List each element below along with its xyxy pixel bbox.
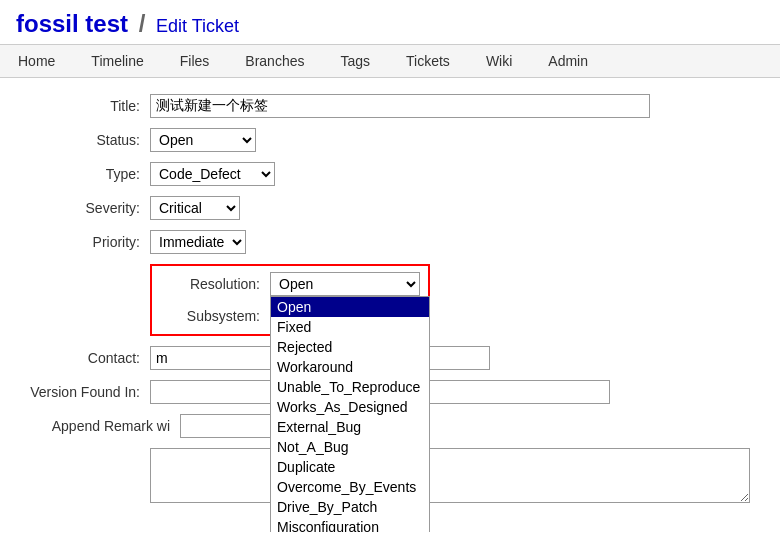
resolution-field-wrapper: Open Open Fixed Rejected Workaround Unab… <box>270 272 420 296</box>
version-label: Version Found In: <box>20 380 150 400</box>
resolution-option-rejected[interactable]: Rejected <box>271 337 429 357</box>
nav-tags[interactable]: Tags <box>322 45 388 77</box>
version-field-wrapper <box>150 380 760 404</box>
priority-field-wrapper: Immediate High Medium Low <box>150 230 760 254</box>
resolution-dropdown-list: Open Fixed Rejected Workaround Unable_To… <box>270 296 430 532</box>
resolution-option-not-a-bug[interactable]: Not_A_Bug <box>271 437 429 457</box>
priority-label: Priority: <box>20 230 150 250</box>
nav-branches[interactable]: Branches <box>227 45 322 77</box>
remark-textarea-label <box>20 448 150 452</box>
nav-admin[interactable]: Admin <box>530 45 606 77</box>
resolution-option-duplicate[interactable]: Duplicate <box>271 457 429 477</box>
nav-tickets[interactable]: Tickets <box>388 45 468 77</box>
resolution-option-unable[interactable]: Unable_To_Reproduce <box>271 377 429 397</box>
resolution-label: Resolution: <box>160 272 270 292</box>
subsystem-label: Subsystem: <box>160 304 270 324</box>
status-field-wrapper: Open Closed In_Progress <box>150 128 760 152</box>
status-label: Status: <box>20 128 150 148</box>
page-header: fossil test / Edit Ticket <box>0 0 780 44</box>
contact-label: Contact: <box>20 346 150 366</box>
type-row: Type: Code_Defect Enhancement Documentat… <box>20 162 760 186</box>
resolution-option-misconfig[interactable]: Misconfiguration <box>271 517 429 532</box>
page-subtitle: Edit Ticket <box>156 16 239 36</box>
type-label: Type: <box>20 162 150 182</box>
priority-row: Priority: Immediate High Medium Low <box>20 230 760 254</box>
remark-textarea[interactable] <box>150 448 750 503</box>
status-row: Status: Open Closed In_Progress <box>20 128 760 152</box>
nav-files[interactable]: Files <box>162 45 228 77</box>
resolution-option-drive-by[interactable]: Drive_By_Patch <box>271 497 429 517</box>
resolution-dropdown-wrapper: Open Open Fixed Rejected Workaround Unab… <box>270 272 420 296</box>
severity-select[interactable]: Critical Important Minor Cosmetic <box>150 196 240 220</box>
title-row: Title: <box>20 94 760 118</box>
type-field-wrapper: Code_Defect Enhancement Documentation In… <box>150 162 760 186</box>
resolution-select[interactable]: Open <box>270 272 420 296</box>
resolution-outer-row: Resolution: Open Open Fixed Rejected Wor… <box>20 264 760 336</box>
resolution-option-workaround[interactable]: Workaround <box>271 357 429 377</box>
header-separator: / <box>139 10 146 37</box>
status-select[interactable]: Open Closed In_Progress <box>150 128 256 152</box>
title-input[interactable] <box>150 94 650 118</box>
resolution-option-works-as-designed[interactable]: Works_As_Designed <box>271 397 429 417</box>
type-select[interactable]: Code_Defect Enhancement Documentation In… <box>150 162 275 186</box>
severity-label: Severity: <box>20 196 150 216</box>
resolution-option-external-bug[interactable]: External_Bug <box>271 417 429 437</box>
app-title: fossil test / Edit Ticket <box>16 10 239 37</box>
nav-wiki[interactable]: Wiki <box>468 45 530 77</box>
red-bordered-section: Resolution: Open Open Fixed Rejected Wor… <box>150 264 430 336</box>
append-remark-field-wrapper: om : <box>180 414 760 438</box>
main-nav: Home Timeline Files Branches Tags Ticket… <box>0 44 780 78</box>
nav-timeline[interactable]: Timeline <box>73 45 161 77</box>
resolution-option-open[interactable]: Open <box>271 297 429 317</box>
remark-textarea-wrapper <box>150 448 760 506</box>
resolution-row: Resolution: Open Open Fixed Rejected Wor… <box>160 272 420 296</box>
app-name: fossil test <box>16 10 128 37</box>
severity-row: Severity: Critical Important Minor Cosme… <box>20 196 760 220</box>
title-label: Title: <box>20 94 150 114</box>
severity-field-wrapper: Critical Important Minor Cosmetic <box>150 196 760 220</box>
nav-home[interactable]: Home <box>0 45 73 77</box>
title-field-wrapper <box>150 94 760 118</box>
priority-select[interactable]: Immediate High Medium Low <box>150 230 246 254</box>
edit-ticket-form: Title: Status: Open Closed In_Progress T… <box>0 78 780 532</box>
contact-field-wrapper <box>150 346 760 370</box>
resolution-option-fixed[interactable]: Fixed <box>271 317 429 337</box>
append-remark-label: Append Remark wi <box>20 414 180 434</box>
resolution-option-overcome[interactable]: Overcome_By_Events <box>271 477 429 497</box>
